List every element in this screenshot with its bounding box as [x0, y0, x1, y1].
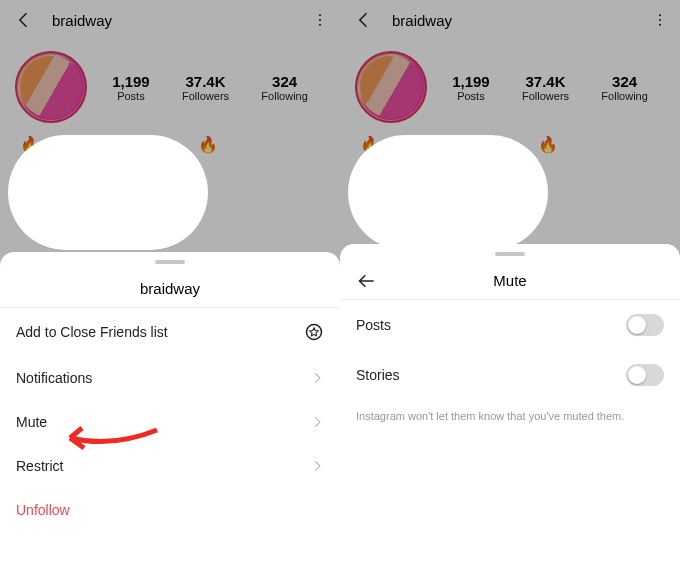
- svg-point-4: [659, 14, 661, 16]
- right-screenshot: braidway 1,199 Posts 37.4K Followers 324…: [340, 0, 680, 574]
- chevron-right-icon: [310, 371, 324, 385]
- svg-point-1: [319, 19, 321, 21]
- toggle-stories[interactable]: [626, 364, 664, 386]
- row-mute[interactable]: Mute: [0, 400, 340, 444]
- arrow-left-icon: [354, 10, 374, 30]
- row-restrict[interactable]: Restrict: [0, 444, 340, 488]
- svg-point-6: [659, 24, 661, 26]
- redaction-blob: [348, 135, 548, 250]
- sheet-grabber[interactable]: [495, 252, 525, 256]
- arrow-left-icon: [357, 271, 377, 291]
- mute-hint: Instagram won't let them know that you'v…: [340, 400, 680, 432]
- dots-vertical-icon: [312, 12, 328, 28]
- stats: 1,199 Posts 37.4K Followers 324 Followin…: [96, 73, 324, 102]
- sheet-header: Mute: [340, 262, 680, 300]
- row-unfollow[interactable]: Unfollow: [0, 488, 340, 532]
- fire-icon: 🔥: [198, 135, 218, 154]
- back-button[interactable]: [8, 4, 40, 36]
- kebab-menu[interactable]: [648, 4, 672, 36]
- row-close-friends[interactable]: Add to Close Friends list: [0, 308, 340, 356]
- sheet-grabber[interactable]: [155, 260, 185, 264]
- stat-followers[interactable]: 37.4K Followers: [522, 73, 569, 102]
- left-screenshot: braidway 1,199 Posts 37.4K Followers 324…: [0, 0, 340, 574]
- app-header: braidway: [0, 0, 340, 40]
- action-sheet: braidway Add to Close Friends list Notif…: [0, 252, 340, 574]
- stat-following[interactable]: 324 Following: [601, 73, 647, 102]
- stat-posts[interactable]: 1,199 Posts: [452, 73, 490, 102]
- svg-point-2: [319, 24, 321, 26]
- header-username: braidway: [52, 12, 308, 29]
- stat-following[interactable]: 324 Following: [261, 73, 307, 102]
- toggle-posts[interactable]: [626, 314, 664, 336]
- star-icon: [304, 322, 324, 342]
- app-header: braidway: [340, 0, 680, 40]
- row-mute-posts: Posts: [340, 300, 680, 350]
- redaction-blob: [8, 135, 208, 250]
- header-username: braidway: [392, 12, 648, 29]
- back-button[interactable]: [348, 4, 380, 36]
- sheet-header: braidway: [0, 270, 340, 308]
- arrow-left-icon: [14, 10, 34, 30]
- profile-stats-row: 1,199 Posts 37.4K Followers 324 Followin…: [340, 40, 680, 130]
- sheet-title: braidway: [140, 280, 200, 297]
- avatar[interactable]: [16, 52, 86, 122]
- dots-vertical-icon: [652, 12, 668, 28]
- row-mute-stories: Stories: [340, 350, 680, 400]
- stat-followers[interactable]: 37.4K Followers: [182, 73, 229, 102]
- svg-point-5: [659, 19, 661, 21]
- chevron-right-icon: [310, 459, 324, 473]
- svg-point-0: [319, 14, 321, 16]
- stats: 1,199 Posts 37.4K Followers 324 Followin…: [436, 73, 664, 102]
- row-notifications[interactable]: Notifications: [0, 356, 340, 400]
- avatar[interactable]: [356, 52, 426, 122]
- chevron-right-icon: [310, 415, 324, 429]
- stat-posts[interactable]: 1,199 Posts: [112, 73, 150, 102]
- mute-sheet: Mute Posts Stories Instagram won't let t…: [340, 244, 680, 574]
- profile-stats-row: 1,199 Posts 37.4K Followers 324 Followin…: [0, 40, 340, 130]
- sheet-title: Mute: [493, 272, 526, 289]
- fire-icon: 🔥: [538, 135, 558, 154]
- kebab-menu[interactable]: [308, 4, 332, 36]
- sheet-back-button[interactable]: [352, 262, 382, 299]
